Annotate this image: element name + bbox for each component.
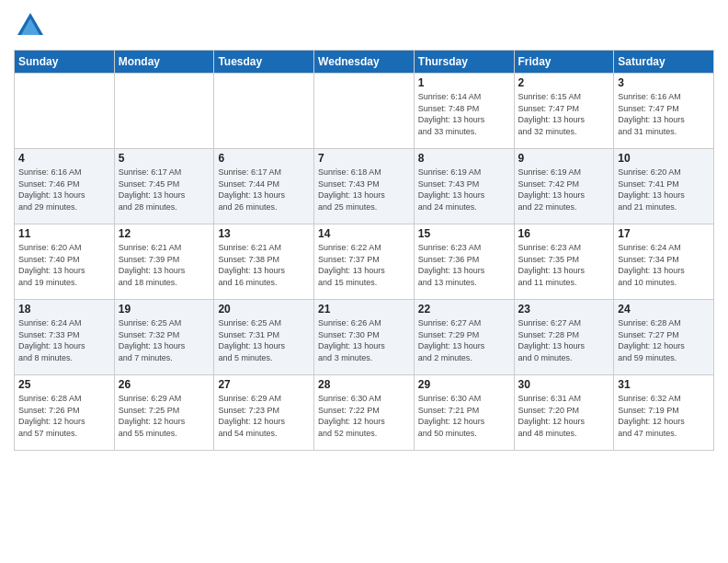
calendar-cell — [114, 74, 214, 149]
calendar-header: SundayMondayTuesdayWednesdayThursdayFrid… — [15, 51, 714, 74]
page: SundayMondayTuesdayWednesdayThursdayFrid… — [0, 0, 728, 563]
calendar-cell: 15Sunrise: 6:23 AM Sunset: 7:36 PM Dayli… — [414, 224, 514, 300]
day-info: Sunrise: 6:31 AM Sunset: 7:20 PM Dayligh… — [518, 393, 610, 439]
day-number: 19 — [119, 303, 210, 316]
day-info: Sunrise: 6:21 AM Sunset: 7:38 PM Dayligh… — [218, 242, 310, 288]
calendar-cell: 12Sunrise: 6:21 AM Sunset: 7:39 PM Dayli… — [114, 224, 214, 300]
calendar-cell: 1Sunrise: 6:14 AM Sunset: 7:48 PM Daylig… — [414, 74, 514, 149]
calendar-cell: 25Sunrise: 6:28 AM Sunset: 7:26 PM Dayli… — [15, 375, 115, 451]
day-info: Sunrise: 6:19 AM Sunset: 7:42 PM Dayligh… — [518, 167, 610, 213]
calendar-cell: 28Sunrise: 6:30 AM Sunset: 7:22 PM Dayli… — [314, 375, 415, 451]
calendar-cell: 5Sunrise: 6:17 AM Sunset: 7:45 PM Daylig… — [114, 149, 214, 224]
day-number: 9 — [518, 152, 610, 165]
week-row-2: 4Sunrise: 6:16 AM Sunset: 7:46 PM Daylig… — [15, 149, 714, 224]
day-number: 15 — [418, 227, 510, 240]
weekday-header-wednesday: Wednesday — [314, 51, 415, 74]
calendar-cell — [15, 74, 115, 149]
calendar-cell: 31Sunrise: 6:32 AM Sunset: 7:19 PM Dayli… — [614, 375, 714, 451]
day-number: 6 — [218, 152, 310, 165]
calendar-cell: 4Sunrise: 6:16 AM Sunset: 7:46 PM Daylig… — [15, 149, 115, 224]
calendar-table: SundayMondayTuesdayWednesdayThursdayFrid… — [14, 50, 714, 451]
day-number: 26 — [119, 378, 210, 391]
calendar-cell: 3Sunrise: 6:16 AM Sunset: 7:47 PM Daylig… — [614, 74, 714, 149]
calendar-cell: 9Sunrise: 6:19 AM Sunset: 7:42 PM Daylig… — [514, 149, 614, 224]
weekday-header-friday: Friday — [514, 51, 614, 74]
day-info: Sunrise: 6:17 AM Sunset: 7:44 PM Dayligh… — [218, 167, 310, 213]
day-info: Sunrise: 6:20 AM Sunset: 7:41 PM Dayligh… — [618, 167, 710, 213]
day-number: 27 — [218, 378, 310, 391]
day-info: Sunrise: 6:29 AM Sunset: 7:25 PM Dayligh… — [119, 393, 210, 439]
day-info: Sunrise: 6:16 AM Sunset: 7:46 PM Dayligh… — [18, 167, 110, 213]
calendar-cell: 24Sunrise: 6:28 AM Sunset: 7:27 PM Dayli… — [614, 300, 714, 375]
day-number: 12 — [119, 227, 210, 240]
calendar-cell: 7Sunrise: 6:18 AM Sunset: 7:43 PM Daylig… — [314, 149, 415, 224]
week-row-5: 25Sunrise: 6:28 AM Sunset: 7:26 PM Dayli… — [15, 375, 714, 451]
day-info: Sunrise: 6:32 AM Sunset: 7:19 PM Dayligh… — [618, 393, 710, 439]
day-info: Sunrise: 6:15 AM Sunset: 7:47 PM Dayligh… — [518, 91, 610, 137]
day-number: 2 — [518, 76, 610, 89]
weekday-header-saturday: Saturday — [614, 51, 714, 74]
calendar-cell: 26Sunrise: 6:29 AM Sunset: 7:25 PM Dayli… — [114, 375, 214, 451]
day-info: Sunrise: 6:18 AM Sunset: 7:43 PM Dayligh… — [318, 167, 410, 213]
day-info: Sunrise: 6:30 AM Sunset: 7:21 PM Dayligh… — [418, 393, 510, 439]
day-info: Sunrise: 6:14 AM Sunset: 7:48 PM Dayligh… — [418, 91, 510, 137]
calendar-cell: 2Sunrise: 6:15 AM Sunset: 7:47 PM Daylig… — [514, 74, 614, 149]
day-info: Sunrise: 6:19 AM Sunset: 7:43 PM Dayligh… — [418, 167, 510, 213]
logo-icon — [14, 9, 47, 42]
calendar-cell — [214, 74, 314, 149]
day-number: 24 — [618, 303, 710, 316]
day-number: 30 — [518, 378, 610, 391]
weekday-header-thursday: Thursday — [414, 51, 514, 74]
calendar-cell: 21Sunrise: 6:26 AM Sunset: 7:30 PM Dayli… — [314, 300, 415, 375]
calendar-cell: 23Sunrise: 6:27 AM Sunset: 7:28 PM Dayli… — [514, 300, 614, 375]
calendar-cell: 29Sunrise: 6:30 AM Sunset: 7:21 PM Dayli… — [414, 375, 514, 451]
calendar-cell: 14Sunrise: 6:22 AM Sunset: 7:37 PM Dayli… — [314, 224, 415, 300]
day-info: Sunrise: 6:27 AM Sunset: 7:28 PM Dayligh… — [518, 317, 610, 363]
day-info: Sunrise: 6:20 AM Sunset: 7:40 PM Dayligh… — [18, 242, 110, 288]
day-number: 18 — [18, 303, 110, 316]
day-number: 16 — [518, 227, 610, 240]
logo — [14, 9, 51, 42]
calendar-cell: 13Sunrise: 6:21 AM Sunset: 7:38 PM Dayli… — [214, 224, 314, 300]
day-info: Sunrise: 6:25 AM Sunset: 7:32 PM Dayligh… — [119, 317, 210, 363]
day-info: Sunrise: 6:27 AM Sunset: 7:29 PM Dayligh… — [418, 317, 510, 363]
calendar-body: 1Sunrise: 6:14 AM Sunset: 7:48 PM Daylig… — [15, 74, 714, 451]
calendar-cell — [314, 74, 415, 149]
day-info: Sunrise: 6:17 AM Sunset: 7:45 PM Dayligh… — [119, 167, 210, 213]
calendar-cell: 22Sunrise: 6:27 AM Sunset: 7:29 PM Dayli… — [414, 300, 514, 375]
day-number: 20 — [218, 303, 310, 316]
day-info: Sunrise: 6:16 AM Sunset: 7:47 PM Dayligh… — [618, 91, 710, 137]
day-info: Sunrise: 6:26 AM Sunset: 7:30 PM Dayligh… — [318, 317, 410, 363]
day-info: Sunrise: 6:23 AM Sunset: 7:35 PM Dayligh… — [518, 242, 610, 288]
calendar-cell: 6Sunrise: 6:17 AM Sunset: 7:44 PM Daylig… — [214, 149, 314, 224]
day-number: 29 — [418, 378, 510, 391]
calendar-cell: 19Sunrise: 6:25 AM Sunset: 7:32 PM Dayli… — [114, 300, 214, 375]
day-number: 21 — [318, 303, 410, 316]
day-info: Sunrise: 6:21 AM Sunset: 7:39 PM Dayligh… — [119, 242, 210, 288]
day-number: 1 — [418, 76, 510, 89]
week-row-3: 11Sunrise: 6:20 AM Sunset: 7:40 PM Dayli… — [15, 224, 714, 300]
day-number: 3 — [618, 76, 710, 89]
day-number: 8 — [418, 152, 510, 165]
day-number: 4 — [18, 152, 110, 165]
calendar-cell: 18Sunrise: 6:24 AM Sunset: 7:33 PM Dayli… — [15, 300, 115, 375]
day-info: Sunrise: 6:24 AM Sunset: 7:33 PM Dayligh… — [18, 317, 110, 363]
week-row-1: 1Sunrise: 6:14 AM Sunset: 7:48 PM Daylig… — [15, 74, 714, 149]
weekday-header-sunday: Sunday — [15, 51, 115, 74]
day-number: 31 — [618, 378, 710, 391]
day-number: 10 — [618, 152, 710, 165]
weekday-header-tuesday: Tuesday — [214, 51, 314, 74]
calendar-cell: 8Sunrise: 6:19 AM Sunset: 7:43 PM Daylig… — [414, 149, 514, 224]
day-number: 11 — [18, 227, 110, 240]
calendar-cell: 27Sunrise: 6:29 AM Sunset: 7:23 PM Dayli… — [214, 375, 314, 451]
day-number: 23 — [518, 303, 610, 316]
day-info: Sunrise: 6:29 AM Sunset: 7:23 PM Dayligh… — [218, 393, 310, 439]
day-number: 14 — [318, 227, 410, 240]
weekday-header-monday: Monday — [114, 51, 214, 74]
day-info: Sunrise: 6:24 AM Sunset: 7:34 PM Dayligh… — [618, 242, 710, 288]
day-info: Sunrise: 6:30 AM Sunset: 7:22 PM Dayligh… — [318, 393, 410, 439]
day-number: 22 — [418, 303, 510, 316]
header — [14, 9, 714, 42]
day-info: Sunrise: 6:28 AM Sunset: 7:27 PM Dayligh… — [618, 317, 710, 363]
weekday-header-row: SundayMondayTuesdayWednesdayThursdayFrid… — [15, 51, 714, 74]
